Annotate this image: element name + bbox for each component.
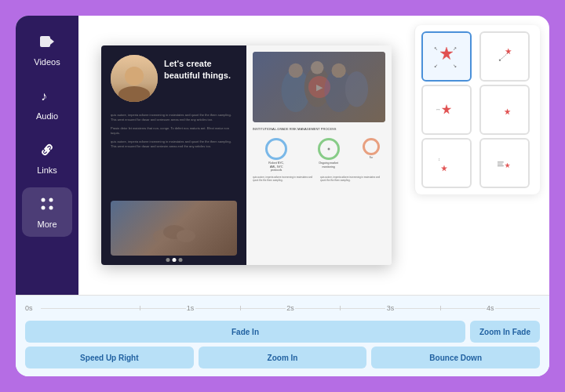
book-spread: Let's createbeautiful things. quis autor…	[101, 45, 392, 265]
sidebar-videos-label: Videos	[34, 57, 60, 67]
videos-icon	[38, 33, 56, 54]
sidebar: Videos ♪ Audio Links	[16, 16, 78, 295]
chart-item-2: Ongoing marketmonitoring	[304, 138, 352, 172]
anim-cell-6[interactable]	[479, 138, 530, 188]
ruler-3s: 3s	[385, 304, 395, 312]
book-body-2: Prasin detor let maisteres that non- con…	[111, 126, 237, 136]
svg-point-14	[289, 64, 303, 78]
bounce-down-button[interactable]: Bounce Down	[371, 347, 540, 368]
right-bottom-texts: quis autore, imperia adsere incenening i…	[253, 176, 385, 183]
svg-point-16	[331, 64, 345, 78]
svg-text:↙: ↙	[434, 63, 438, 68]
anim-cell-4[interactable]	[479, 85, 530, 135]
ruler-ticks: 1s 2s 3s 4s	[41, 300, 540, 316]
anim-cell-1[interactable]: ↖ ↗ ↙ ↘	[421, 31, 472, 82]
timeline-buttons-row-1: Fade In Zoom In Fade	[25, 321, 540, 343]
chart-item-3: For	[357, 138, 385, 172]
book-headline: Let's createbeautiful things.	[164, 58, 231, 82]
svg-point-13	[345, 71, 368, 107]
dot-3	[178, 258, 182, 262]
anim-cell-2[interactable]	[479, 31, 530, 82]
ruler-4s: 4s	[486, 304, 495, 312]
sidebar-item-links[interactable]: Links	[22, 133, 72, 183]
audio-icon: ♪	[38, 87, 56, 108]
zoom-in-button[interactable]: Zoom In	[199, 347, 367, 368]
sidebar-item-videos[interactable]: Videos	[22, 25, 72, 74]
svg-point-21	[498, 60, 500, 61]
top-area: Videos ♪ Audio Links	[16, 16, 549, 295]
svg-text:↔: ↔	[436, 106, 441, 113]
svg-text:↘: ↘	[453, 63, 457, 68]
animation-panel: ↖ ↗ ↙ ↘ ↔	[414, 25, 540, 194]
speed-up-right-button[interactable]: Speed Up Right	[25, 347, 194, 368]
svg-text:♪: ♪	[41, 89, 47, 103]
right-body-text: INSTITUTIONAL-GRADE RISK MANAGEMENT PROC…	[253, 127, 385, 132]
svg-point-9	[177, 230, 195, 242]
sidebar-item-more[interactable]: More	[22, 187, 72, 237]
sidebar-more-label: More	[37, 220, 56, 229]
svg-marker-1	[50, 38, 54, 45]
timeline-buttons-row-2: Speed Up Right Zoom In Bounce Down	[25, 347, 540, 368]
book-right-page: ▶ INSTITUTIONAL-GRADE RISK MANAGEMENT PR…	[246, 45, 392, 265]
ruler-0s: 0s	[25, 304, 41, 312]
dot-1	[166, 258, 170, 262]
book-body-1: quis autore, imperia adsere incenening i…	[111, 113, 237, 123]
video-thumbnail[interactable]: ▶	[253, 52, 385, 122]
sidebar-item-audio[interactable]: ♪ Audio	[22, 79, 72, 129]
timeline-ruler: 0s 1s 2s 3s	[25, 300, 540, 316]
preview-area: Let's createbeautiful things. quis autor…	[78, 16, 414, 295]
links-icon	[38, 141, 56, 162]
ruler-2s: 2s	[286, 304, 295, 312]
headshot-image	[111, 55, 158, 102]
zoom-in-fade-button[interactable]: Zoom In Fade	[470, 321, 540, 343]
chart-area: Robert NYC,AML, NYCprotocols Ongoing mar…	[253, 138, 385, 172]
sidebar-links-label: Links	[37, 165, 57, 175]
svg-point-5	[42, 206, 46, 210]
svg-text:↕: ↕	[438, 157, 440, 162]
ruler-1s: 1s	[186, 304, 195, 312]
dot-2	[172, 258, 176, 262]
anim-cell-5[interactable]: ↕	[421, 138, 472, 188]
bottom-area: 0s 1s 2s 3s	[16, 295, 549, 376]
chart-item-1: Robert NYC,AML, NYCprotocols	[253, 138, 300, 172]
fade-in-button[interactable]: Fade In	[25, 321, 465, 343]
svg-point-6	[49, 206, 53, 210]
anim-cell-3[interactable]: ↔	[421, 85, 472, 135]
svg-point-15	[311, 61, 323, 74]
slide-dots	[166, 258, 182, 262]
more-icon	[38, 195, 56, 216]
book-left-page: Let's createbeautiful things. quis autor…	[101, 45, 246, 265]
svg-point-3	[42, 198, 46, 202]
svg-text:↗: ↗	[453, 45, 457, 51]
sidebar-audio-label: Audio	[36, 111, 58, 121]
svg-text:↖: ↖	[434, 45, 438, 51]
book-hands-image	[111, 201, 237, 256]
main-container: Videos ♪ Audio Links	[16, 16, 549, 376]
svg-rect-0	[40, 36, 50, 47]
book-body-3: quis autore, imperia adsere incenening i…	[111, 140, 237, 150]
svg-point-4	[49, 198, 53, 202]
people-bg	[253, 52, 385, 122]
